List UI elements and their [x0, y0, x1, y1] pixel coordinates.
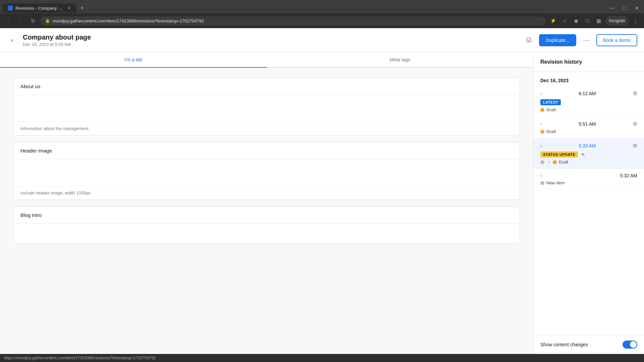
- content-block-about-us: About us Information about the managemen…: [13, 78, 520, 135]
- incognito-btn[interactable]: Incognito: [605, 16, 629, 25]
- status-dot-orange-533: [553, 160, 557, 164]
- sidebar-btn[interactable]: ▦: [594, 16, 603, 25]
- profile-btn[interactable]: ◉: [571, 16, 581, 25]
- tabs-bar: I'm a tab Meta tags: [0, 52, 533, 68]
- address-bar-row: ‹ › ↻ 🔒 moodjoy.gathercontent.com/item/1…: [0, 13, 644, 28]
- status-row-612: Draft: [540, 107, 637, 112]
- arrow-icon-533: →: [546, 160, 551, 165]
- revision-header: Revision history: [534, 52, 644, 72]
- gear-icon-551[interactable]: ⚙: [633, 121, 637, 127]
- tab-close-btn[interactable]: ×: [67, 5, 71, 11]
- gear-icon-533[interactable]: ⚙: [633, 142, 637, 149]
- tab-bar: Revisions - Company about pa... × + — □ …: [0, 0, 644, 13]
- bookmark-btn[interactable]: ☆: [560, 16, 569, 25]
- app-header: ‹ Company about page Dec 16, 2023 at 5:3…: [0, 28, 644, 52]
- lock-icon: 🔒: [45, 18, 50, 23]
- revision-date-label: Dec 16, 2023: [540, 78, 569, 83]
- extensions-btn[interactable]: ⚡: [548, 16, 558, 25]
- back-btn[interactable]: ‹: [4, 16, 13, 25]
- chevron-icon-532[interactable]: ›: [540, 173, 542, 178]
- block-body-blog-intro[interactable]: [14, 224, 520, 244]
- toolbar-icons: ⚡ ☆ ◉ ⬡ ▦ Incognito ⋮: [548, 16, 640, 25]
- show-content-toggle[interactable]: [623, 341, 637, 349]
- address-bar[interactable]: 🔒 moodjoy.gathercontent.com/item/1742306…: [40, 16, 546, 25]
- duplicate-btn[interactable]: Duplicate...: [539, 34, 576, 46]
- app: ‹ Company about page Dec 16, 2023 at 5:3…: [0, 28, 644, 354]
- cursor-indicator: ↖: [581, 152, 585, 157]
- status-label-551: Draft: [546, 129, 556, 134]
- block-footer-about-us: Information about the management.: [14, 122, 520, 135]
- revision-badges-533: STATUS UPDATE ↖: [540, 152, 637, 158]
- block-body-header-image[interactable]: [14, 159, 520, 186]
- chevron-icon-533[interactable]: ›: [540, 143, 542, 148]
- browser-window: Revisions - Company about pa... × + — □ …: [0, 0, 644, 362]
- checkbox-icon-btn[interactable]: ☑: [523, 34, 535, 46]
- revision-item-551[interactable]: › 5:51 AM ⚙ Draft: [534, 117, 644, 138]
- revision-badges-612: LATEST: [540, 99, 637, 105]
- chevron-icon-551[interactable]: ›: [540, 121, 542, 127]
- block-body-about-us[interactable]: [14, 95, 520, 122]
- extensions2-btn[interactable]: ⬡: [583, 16, 592, 25]
- revision-time-551: 5:51 AM: [579, 121, 596, 127]
- status-label-532: New Item: [546, 180, 565, 185]
- status-dot-532: [540, 181, 544, 185]
- tab-meta-tags[interactable]: Meta tags: [267, 52, 533, 68]
- reload-btn[interactable]: ↻: [28, 16, 38, 25]
- close-win-btn[interactable]: ✕: [632, 3, 641, 13]
- window-controls: — □ ✕: [608, 3, 641, 13]
- minimize-btn[interactable]: —: [608, 3, 617, 13]
- revision-time-533: 5:33 AM: [579, 143, 596, 148]
- maximize-btn[interactable]: □: [620, 3, 629, 13]
- content-block-blog-intro: Blog intro: [13, 206, 520, 244]
- revision-time-row-551: › 5:51 AM ⚙: [540, 121, 637, 127]
- status-bar: https://moodjoy.gathercontent.com/item/1…: [0, 354, 644, 362]
- tab-im-a-tab[interactable]: I'm a tab: [0, 52, 267, 68]
- page-date: Dec 16, 2023 at 5:33 AM: [23, 42, 518, 47]
- status-label-612: Draft: [546, 107, 556, 112]
- block-title-header-image: Header image: [14, 142, 520, 159]
- header-info: Company about page Dec 16, 2023 at 5:33 …: [23, 34, 518, 47]
- block-title-about-us: About us: [14, 78, 520, 95]
- status-label-533: Draft: [559, 160, 568, 165]
- forward-btn[interactable]: ›: [16, 16, 25, 25]
- new-tab-btn[interactable]: +: [78, 3, 87, 13]
- book-demo-btn[interactable]: Book a demo: [596, 34, 638, 46]
- revision-time-612: 6:12 AM: [579, 91, 596, 96]
- revision-date-group: Dec 16, 2023: [534, 72, 644, 86]
- status-row-532: New Item: [540, 180, 637, 185]
- revision-item-533[interactable]: › 5:33 AM ⚙ STATUS UPDATE ↖ →: [534, 138, 644, 169]
- revision-time-532: 5:32 AM: [620, 173, 637, 178]
- revision-footer: Show content changes: [534, 335, 644, 354]
- main-content: I'm a tab Meta tags About us Information…: [0, 52, 533, 354]
- browser-tab[interactable]: Revisions - Company about pa... ×: [3, 3, 76, 13]
- revision-item-532[interactable]: › 5:32 AM New Item: [534, 169, 644, 190]
- block-footer-header-image: Include header image, width 1000px: [14, 186, 520, 199]
- header-actions: ☑ Duplicate... ⋯ Book a demo: [523, 34, 637, 46]
- block-title-blog-intro: Blog intro: [14, 207, 520, 224]
- content-area: I'm a tab Meta tags About us Information…: [0, 52, 644, 354]
- status-dot-gray-533: [540, 160, 544, 164]
- back-to-list-btn[interactable]: ‹: [7, 35, 17, 46]
- revision-sidebar: Revision history Dec 16, 2023 › 6:12 AM …: [533, 52, 644, 354]
- status-dot-612: [540, 108, 544, 112]
- revision-time-row-533: › 5:33 AM ⚙: [540, 142, 637, 149]
- content-scroll[interactable]: About us Information about the managemen…: [0, 68, 533, 354]
- gear-icon-612[interactable]: ⚙: [633, 90, 637, 97]
- revision-item-612[interactable]: › 6:12 AM ⚙ LATEST Draft: [534, 86, 644, 117]
- show-content-changes-label: Show content changes: [540, 342, 588, 347]
- content-block-header-image: Header image Include header image, width…: [13, 142, 520, 200]
- status-dot-551: [540, 130, 544, 134]
- more-options-btn[interactable]: ⋯: [580, 34, 592, 46]
- revision-time-row-532: › 5:32 AM: [540, 173, 637, 178]
- status-row-551: Draft: [540, 129, 637, 134]
- tab-title: Revisions - Company about pa...: [15, 6, 64, 11]
- status-row-533: → Draft: [540, 160, 637, 165]
- revision-title: Revision history: [540, 59, 637, 65]
- badge-status-update: STATUS UPDATE: [540, 152, 578, 158]
- toggle-knob: [630, 341, 637, 348]
- revision-body[interactable]: Dec 16, 2023 › 6:12 AM ⚙ LATEST: [534, 72, 644, 335]
- chevron-icon-612[interactable]: ›: [540, 91, 542, 96]
- menu-btn[interactable]: ⋮: [631, 16, 640, 25]
- revision-time-row-612: › 6:12 AM ⚙: [540, 90, 637, 97]
- status-url: https://moodjoy.gathercontent.com/item/1…: [4, 356, 156, 360]
